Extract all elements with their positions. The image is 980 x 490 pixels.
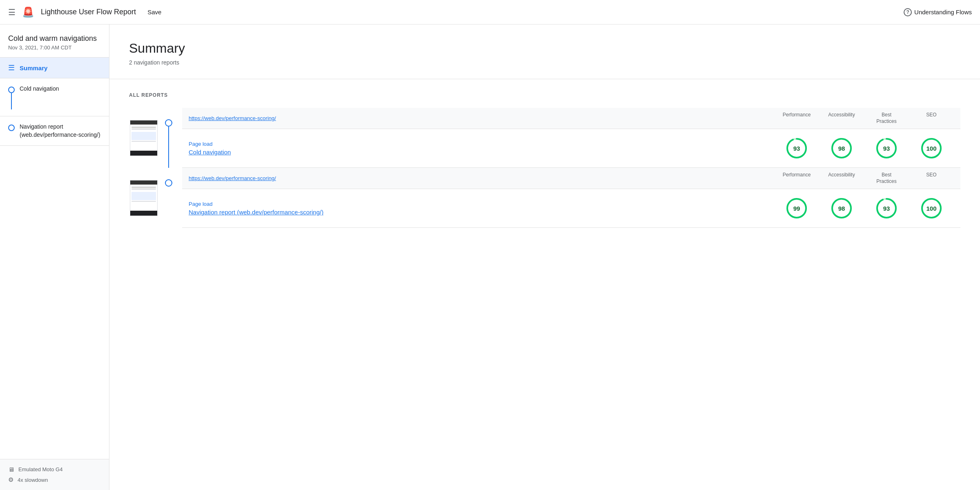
- save-button[interactable]: Save: [143, 6, 166, 18]
- scores-1: 93 98: [774, 137, 954, 159]
- report-line-1: [168, 127, 169, 168]
- score-value-perf-1: 93: [793, 145, 800, 152]
- score-value-seo-2: 100: [926, 205, 936, 212]
- score-seo-1: 100: [909, 137, 954, 159]
- thumb-line-8: [131, 201, 156, 202]
- thumb-bottom-2: [130, 211, 157, 216]
- report-card-1: https://web.dev/performance-scoring/ Per…: [129, 108, 960, 168]
- all-reports-section: ALL REPORTS: [109, 79, 980, 241]
- all-reports-label: ALL REPORTS: [129, 92, 960, 98]
- thumb-bar-1: [130, 120, 157, 125]
- understanding-flows-link[interactable]: ? Understanding Flows: [904, 8, 972, 16]
- sidebar: Cold and warm navigations Nov 3, 2021, 7…: [0, 24, 109, 490]
- summary-sub: 2 navigation reports: [129, 59, 960, 66]
- report-main-2: https://web.dev/performance-scoring/ Per…: [182, 168, 960, 228]
- menu-icon[interactable]: ☰: [8, 7, 16, 17]
- sidebar-device-info: 🖥 Emulated Moto G4 ⚙ 4x slowdown: [0, 459, 109, 490]
- report-info-1: Page load Cold navigation: [189, 141, 774, 156]
- col-header-performance-1: Performance: [774, 112, 819, 125]
- summary-label: Summary: [20, 65, 47, 71]
- slowdown-icon: ⚙: [8, 476, 13, 483]
- score-circle-seo-1: 100: [920, 137, 942, 159]
- report-thumbnail-1: [129, 108, 158, 168]
- project-date: Nov 3, 2021, 7:00 AM CDT: [8, 45, 101, 51]
- summary-heading: Summary: [129, 41, 960, 56]
- report-cols-1: Performance Accessibility BestPractices …: [774, 112, 954, 125]
- timeline-line: [11, 93, 12, 109]
- thumb-bottom-1: [130, 151, 157, 156]
- col-header-seo-1: SEO: [909, 112, 954, 125]
- thumb-line-1: [131, 126, 156, 127]
- report-dot-1: [165, 119, 172, 127]
- score-circle-best-1: 93: [875, 137, 898, 159]
- app-title: Lighthouse User Flow Report: [41, 8, 136, 16]
- thumb-line-7: [131, 189, 156, 190]
- score-best-2: 93: [864, 197, 909, 219]
- report-timeline-2: [165, 168, 172, 228]
- score-value-perf-2: 99: [793, 205, 800, 212]
- report-body-2: Page load Navigation report (web.dev/per…: [182, 189, 960, 228]
- thumb-bar-2: [130, 180, 157, 185]
- report-main-1: https://web.dev/performance-scoring/ Per…: [182, 108, 960, 168]
- col-header-seo-2: SEO: [909, 172, 954, 185]
- lighthouse-logo: 🚨: [22, 7, 34, 18]
- timeline-nav: [8, 123, 15, 131]
- score-value-best-2: 93: [883, 205, 890, 212]
- thumb-line-6: [131, 187, 156, 188]
- report-card-2: https://web.dev/performance-scoring/ Per…: [129, 168, 960, 228]
- project-name: Cold and warm navigations: [8, 34, 101, 43]
- score-circle-acc-2: 98: [831, 197, 853, 219]
- score-performance-1: 93: [774, 137, 819, 159]
- report-info-2: Page load Navigation report (web.dev/per…: [189, 201, 774, 216]
- report-dot-2: [165, 179, 172, 187]
- report-name-1[interactable]: Cold navigation: [189, 149, 774, 156]
- nav-item-label-nav: Navigation report (web.dev/performance-s…: [20, 123, 101, 139]
- nav-item-content-nav: Navigation report (web.dev/performance-s…: [20, 123, 101, 139]
- score-accessibility-1: 98: [819, 137, 864, 159]
- main-layout: Cold and warm navigations Nov 3, 2021, 7…: [0, 24, 980, 490]
- score-performance-2: 99: [774, 197, 819, 219]
- device-row-emulated: 🖥 Emulated Moto G4: [8, 466, 101, 473]
- thumb-content-1: [130, 125, 157, 151]
- report-type-1: Page load: [189, 141, 774, 147]
- report-url-2[interactable]: https://web.dev/performance-scoring/: [189, 175, 774, 181]
- nav-item-content-cold: Cold navigation: [20, 85, 101, 93]
- thumb-line-3: [131, 129, 156, 130]
- score-value-seo-1: 100: [926, 145, 936, 152]
- sidebar-item-nav-report[interactable]: Navigation report (web.dev/performance-s…: [0, 116, 109, 146]
- score-circle-seo-2: 100: [920, 197, 942, 219]
- slowdown-label: 4x slowdown: [18, 477, 48, 483]
- report-type-2: Page load: [189, 201, 774, 207]
- timeline-cold: [8, 85, 15, 109]
- col-header-accessibility-1: Accessibility: [819, 112, 864, 125]
- thumb-line-5: [131, 186, 156, 187]
- report-name-2[interactable]: Navigation report (web.dev/performance-s…: [189, 209, 774, 216]
- report-timeline-1: [165, 108, 172, 168]
- device-icon: 🖥: [8, 466, 14, 473]
- help-icon: ?: [904, 8, 912, 16]
- col-header-best-practices-1: BestPractices: [864, 112, 909, 125]
- thumb-line-2: [131, 127, 156, 128]
- thumb-line-4: [131, 141, 156, 142]
- thumb-content-2: [130, 185, 157, 211]
- thumb-section-2: [131, 192, 156, 200]
- nav-item-label-cold: Cold navigation: [20, 85, 101, 93]
- sidebar-project-info: Cold and warm navigations Nov 3, 2021, 7…: [0, 24, 109, 58]
- sidebar-item-cold-navigation[interactable]: Cold navigation: [0, 78, 109, 116]
- header-right: ? Understanding Flows: [904, 8, 972, 16]
- thumbnail-img-2: [130, 180, 158, 216]
- thumb-section-1: [131, 132, 156, 140]
- col-header-accessibility-2: Accessibility: [819, 172, 864, 185]
- score-circle-best-2: 93: [875, 197, 898, 219]
- report-url-1[interactable]: https://web.dev/performance-scoring/: [189, 115, 774, 121]
- timeline-dot: [8, 87, 15, 93]
- report-header-1: https://web.dev/performance-scoring/ Per…: [182, 108, 960, 129]
- header: ☰ 🚨 Lighthouse User Flow Report Save ? U…: [0, 0, 980, 24]
- score-circle-acc-1: 98: [831, 137, 853, 159]
- score-value-acc-1: 98: [838, 145, 845, 152]
- sidebar-summary-item[interactable]: ☰ Summary: [0, 58, 109, 78]
- report-thumbnail-2: [129, 168, 158, 228]
- score-value-best-1: 93: [883, 145, 890, 152]
- summary-section: Summary 2 navigation reports: [109, 24, 980, 79]
- timeline-dot-2: [8, 125, 15, 131]
